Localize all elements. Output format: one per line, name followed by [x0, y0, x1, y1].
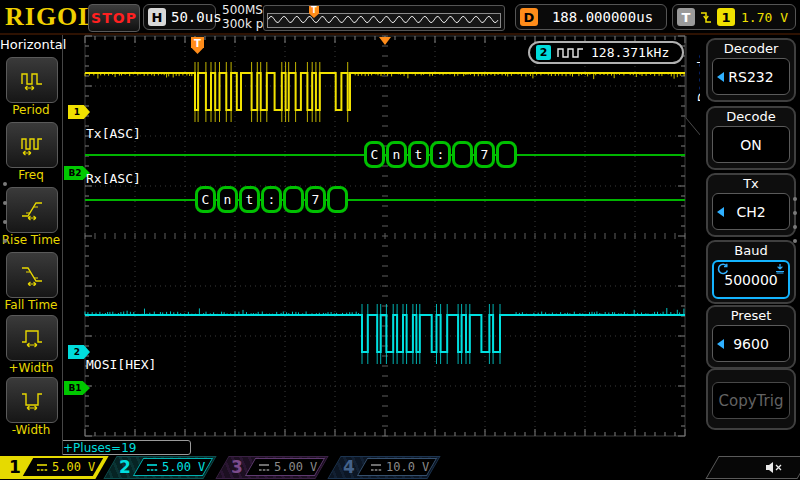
- square-wave-icon: [557, 47, 585, 59]
- menu-item-label: Preset: [708, 307, 794, 324]
- rise-time-button[interactable]: [6, 187, 58, 233]
- sidebar-item-label: Rise Time: [0, 233, 62, 247]
- top-status-bar: RIGOL STOP H 50.0us 500MSa/s 300k pts T …: [0, 0, 800, 33]
- trigger-position-marker[interactable]: T: [191, 37, 204, 54]
- decoded-char-bubble: :: [430, 141, 451, 168]
- page-indicator-dots: [3, 182, 7, 243]
- timebase-value: 50.0us: [171, 9, 222, 25]
- decoded-char-bubble: [327, 186, 348, 213]
- frequency-counter-badge: 2 128.371kHz: [528, 41, 684, 64]
- freq-counter-channel-badge: 2: [536, 45, 551, 60]
- channel-scale: 5.00 V: [162, 460, 205, 474]
- rx-bus-label: Rx[ASC]: [86, 171, 141, 186]
- menu-item-value: 9600: [712, 325, 790, 362]
- channel-number: 2: [119, 457, 131, 477]
- trigger-box[interactable]: T 1 1.70 V: [672, 4, 796, 30]
- fall-time-icon: [20, 264, 44, 286]
- freq-button[interactable]: [6, 122, 58, 168]
- menu-item-tx[interactable]: Tx CH2: [706, 173, 796, 237]
- rise-time-icon: [20, 199, 44, 221]
- channel-1-badge[interactable]: 1 5.00 V: [0, 456, 108, 479]
- menu-item-value: RS232: [712, 58, 790, 95]
- horizontal-timebase-box[interactable]: H 50.0us: [143, 4, 216, 30]
- tx-bus-label: Tx[ASC]: [86, 126, 141, 141]
- channel-2-badge[interactable]: 2 5.00 V: [110, 456, 218, 479]
- decoded-char-bubble: C: [364, 141, 385, 168]
- menu-item-decoder[interactable]: Decoder RS232: [706, 38, 796, 102]
- channel-scale: 10.0 V: [386, 460, 429, 474]
- brand-logo: RIGOL: [5, 2, 97, 32]
- mosi-bus-label: MOSI[HEX]: [86, 357, 156, 372]
- horizontal-measure-sidebar: Horizontal Period Freq Rise Time Fall Ti…: [0, 34, 63, 455]
- decoded-char-bubble: n: [217, 186, 238, 213]
- delay-box[interactable]: D 188.000000us: [515, 4, 667, 30]
- bus2-tag[interactable]: B2: [64, 166, 90, 180]
- oscilloscope-screen: RIGOL STOP H 50.0us 500MSa/s 300k pts T …: [0, 0, 800, 480]
- menu-item-value: 500000: [712, 260, 790, 299]
- menu-item-baud[interactable]: Baud 500000: [706, 240, 796, 304]
- waveform-preview[interactable]: T: [263, 5, 505, 31]
- channel-number: 4: [343, 457, 355, 477]
- pulse-counter-readout: +Pluses=19: [57, 440, 191, 455]
- menu-page-indicator-dots: [793, 197, 797, 243]
- menu-value-text: ON: [740, 137, 762, 153]
- sidebar-title: Horizontal: [0, 37, 62, 52]
- numeric-input-icon: [774, 263, 786, 274]
- freq-counter-value: 128.371kHz: [591, 45, 669, 60]
- fall-time-button[interactable]: [6, 252, 58, 298]
- period-button[interactable]: [6, 57, 58, 103]
- menu-item-value: CopyTrig: [712, 382, 790, 419]
- menu-item-copytrig[interactable]: CopyTrig: [706, 368, 796, 430]
- dc-coupling-icon: [370, 463, 382, 472]
- menu-item-decode-onoff[interactable]: Decode ON: [706, 106, 796, 170]
- decoded-char-bubble: 7: [305, 186, 326, 213]
- trigger-source-badge: 1: [717, 8, 735, 26]
- freq-icon: [20, 134, 44, 156]
- h-badge: H: [148, 8, 166, 26]
- menu-value-text: RS232: [728, 69, 773, 85]
- neg-width-button[interactable]: [6, 377, 58, 423]
- menu-item-label: Tx: [708, 175, 794, 192]
- decode-softkey-menu: Decoder RS232 Decode ON Tx CH2 Baud: [700, 34, 800, 455]
- delay-center-marker: [379, 37, 391, 45]
- menu-item-label: Decode: [708, 108, 794, 125]
- graticule-and-waveforms: [0, 0, 800, 480]
- menu-value-text: CH2: [736, 204, 765, 220]
- channel-scale: 5.00 V: [274, 460, 317, 474]
- trigger-level-value: 1.70 V: [741, 10, 788, 25]
- menu-item-label: Decoder: [708, 40, 794, 57]
- d-badge: D: [520, 8, 538, 26]
- sidebar-item-label: Period: [0, 103, 62, 117]
- run-state-badge[interactable]: STOP: [88, 4, 140, 32]
- sidebar-item-label: -Width: [0, 423, 62, 437]
- decoded-char-bubble: [452, 141, 473, 168]
- decoded-char-bubble: [283, 186, 304, 213]
- channel-status-bar: 1 5.00 V 2 5.00 V 3 5.00 V 4 10.0 V: [0, 455, 800, 480]
- bus1-tag[interactable]: B1: [64, 381, 90, 395]
- dc-coupling-icon: [258, 463, 270, 472]
- dc-coupling-icon: [146, 463, 158, 472]
- ch2-level-tag[interactable]: 2: [68, 345, 90, 359]
- menu-item-preset[interactable]: Preset 9600: [706, 305, 796, 369]
- decoded-char-bubble: t: [239, 186, 260, 213]
- delay-value: 188.000000us: [552, 9, 653, 25]
- channel-4-badge[interactable]: 4 10.0 V: [334, 456, 442, 479]
- ch1-level-tag[interactable]: 1: [68, 105, 90, 119]
- falling-edge-icon: [699, 10, 713, 25]
- t-badge: T: [677, 8, 695, 26]
- left-triangle-icon: [717, 339, 724, 349]
- menu-item-label: Baud: [708, 242, 794, 259]
- preview-wave: [268, 14, 500, 25]
- sound-button-shape: [705, 456, 800, 479]
- channel-3-badge[interactable]: 3 5.00 V: [222, 456, 330, 479]
- left-triangle-icon: [717, 207, 724, 217]
- decoded-char-bubble: t: [408, 141, 429, 168]
- pos-width-button[interactable]: [6, 315, 58, 361]
- menu-value-text: 500000: [724, 272, 777, 288]
- decoded-char-bubble: :: [261, 186, 282, 213]
- scope-overlay: 2 128.371kHz T 1 B2 2 B1 Tx[ASC] Rx[ASC]…: [0, 0, 800, 480]
- decoded-char-bubble: 7: [474, 141, 495, 168]
- channel-number: 3: [231, 457, 243, 477]
- menu-value-text: 9600: [733, 336, 769, 352]
- sound-button[interactable]: [712, 456, 800, 479]
